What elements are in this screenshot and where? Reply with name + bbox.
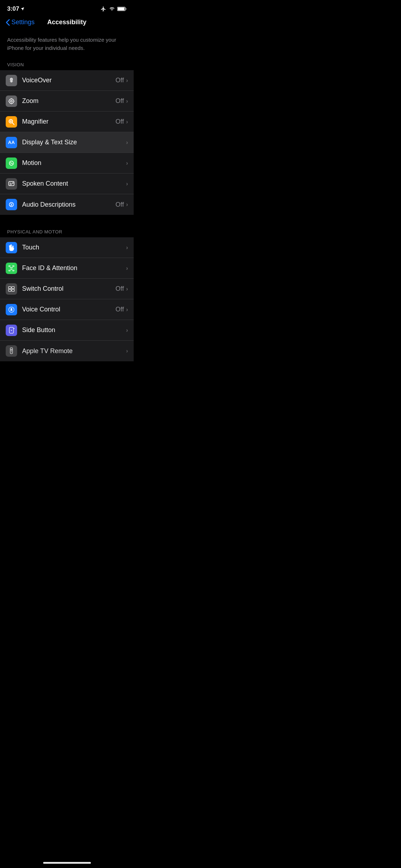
- location-icon: [21, 7, 24, 11]
- back-chevron-icon: [6, 19, 10, 26]
- svg-rect-30: [12, 289, 15, 291]
- motion-chevron: ›: [126, 160, 128, 166]
- description-text: Accessibility features help you customiz…: [7, 36, 127, 52]
- status-time: 3:07: [7, 5, 24, 12]
- svg-rect-1: [125, 8, 127, 10]
- svg-rect-16: [9, 181, 14, 186]
- list-item-zoom[interactable]: Zoom Off ›: [0, 91, 134, 112]
- svg-rect-28: [12, 286, 15, 289]
- svg-point-19: [12, 203, 13, 204]
- spoken-content-icon: [6, 178, 17, 190]
- magnifier-value: Off: [115, 118, 124, 125]
- switch-control-label: Switch Control: [22, 285, 115, 293]
- svg-point-25: [12, 267, 13, 268]
- audio-desc-label: Audio Descriptions: [22, 201, 115, 208]
- voiceover-label: VoiceOver: [22, 77, 115, 84]
- svg-rect-27: [9, 286, 11, 289]
- svg-rect-20: [9, 265, 10, 267]
- svg-rect-22: [9, 270, 10, 271]
- section-header-physical: PHYSICAL AND MOTOR: [0, 226, 134, 237]
- nav-bar: Settings Accessibility: [0, 16, 134, 30]
- list-item-apple-tv-remote[interactable]: Apple TV Remote ›: [0, 341, 134, 361]
- audio-desc-value: Off: [115, 201, 124, 208]
- voiceover-value: Off: [115, 77, 124, 84]
- magnifier-label: Magnifier: [22, 118, 115, 125]
- voice-control-icon-svg: [8, 306, 15, 313]
- zoom-chevron: ›: [126, 98, 128, 104]
- spoken-content-label: Spoken Content: [22, 180, 124, 187]
- list-item-audio-descriptions[interactable]: Audio Descriptions Off ›: [0, 194, 134, 215]
- list-item-voiceover[interactable]: VoiceOver Off ›: [0, 70, 134, 91]
- list-item-side-button[interactable]: Side Button ›: [0, 320, 134, 341]
- touch-label: Touch: [22, 244, 124, 251]
- voiceover-chevron: ›: [126, 77, 128, 84]
- voiceover-icon-svg: [8, 77, 15, 84]
- motion-label: Motion: [22, 159, 124, 167]
- face-id-chevron: ›: [126, 265, 128, 272]
- tv-remote-label: Apple TV Remote: [22, 347, 124, 355]
- side-button-label: Side Button: [22, 326, 124, 334]
- svg-line-12: [12, 123, 14, 124]
- face-id-icon-svg: [8, 265, 15, 272]
- vision-list: VoiceOver Off › Zoom Off ›: [0, 70, 134, 215]
- spoken-content-chevron: ›: [126, 181, 128, 187]
- zoom-label: Zoom: [22, 97, 115, 105]
- display-text-label: Display & Text Size: [22, 139, 124, 146]
- list-item-touch[interactable]: Touch ›: [0, 237, 134, 258]
- bottom-spacer: [0, 361, 134, 383]
- svg-rect-21: [12, 265, 14, 267]
- physical-motor-list: Touch › Face ID & Attention ›: [0, 237, 134, 361]
- voiceover-icon: [6, 75, 17, 86]
- list-item-switch-control[interactable]: Switch Control Off ›: [0, 279, 134, 299]
- audio-desc-chevron: ›: [126, 201, 128, 208]
- display-text-chevron: ›: [126, 139, 128, 146]
- svg-rect-23: [12, 270, 14, 271]
- back-button[interactable]: Settings: [6, 19, 35, 26]
- svg-point-36: [11, 349, 12, 350]
- audio-desc-icon-svg: [8, 201, 15, 208]
- zoom-icon-svg: [8, 98, 15, 105]
- list-item-voice-control[interactable]: Voice Control Off ›: [0, 299, 134, 320]
- svg-rect-29: [9, 289, 11, 291]
- voice-control-value: Off: [115, 306, 124, 313]
- svg-point-4: [11, 79, 12, 80]
- display-text-icon: AA: [6, 137, 17, 148]
- touch-icon-svg: [8, 244, 15, 251]
- motion-icon: [6, 157, 17, 169]
- status-icons: [100, 6, 127, 12]
- tv-remote-chevron: ›: [126, 348, 128, 354]
- list-item-motion[interactable]: Motion ›: [0, 153, 134, 174]
- time-display: 3:07: [7, 5, 19, 12]
- wifi-icon: [109, 6, 115, 11]
- tv-remote-icon-svg: [8, 347, 15, 355]
- face-id-label: Face ID & Attention: [22, 264, 124, 272]
- battery-icon: [117, 6, 127, 11]
- side-button-chevron: ›: [126, 327, 128, 334]
- list-item-face-id[interactable]: Face ID & Attention ›: [0, 258, 134, 279]
- list-item-display-text-size[interactable]: AA Display & Text Size ›: [0, 132, 134, 153]
- motion-icon-svg: [8, 160, 15, 167]
- svg-point-5: [9, 99, 14, 103]
- voice-control-label: Voice Control: [22, 306, 115, 313]
- switch-control-chevron: ›: [126, 286, 128, 292]
- magnifier-icon: [6, 116, 17, 128]
- zoom-value: Off: [115, 97, 124, 105]
- audio-desc-icon: [6, 199, 17, 210]
- voice-control-icon: [6, 304, 17, 315]
- side-button-icon-svg: [8, 327, 15, 334]
- svg-point-32: [11, 308, 12, 310]
- voice-control-chevron: ›: [126, 306, 128, 313]
- side-button-icon: [6, 325, 17, 336]
- status-bar: 3:07: [0, 0, 134, 16]
- list-item-magnifier[interactable]: Magnifier Off ›: [0, 112, 134, 132]
- spoken-icon-svg: [8, 180, 15, 187]
- magnifier-icon-svg: [8, 118, 15, 125]
- section-separator: [0, 215, 134, 226]
- face-id-icon: [6, 263, 17, 274]
- magnifier-chevron: ›: [126, 119, 128, 125]
- list-item-spoken-content[interactable]: Spoken Content ›: [0, 174, 134, 194]
- accessibility-description: Accessibility features help you customiz…: [0, 30, 134, 59]
- page-title: Accessibility: [47, 19, 86, 26]
- display-text-icon-label: AA: [8, 140, 15, 145]
- svg-point-17: [12, 182, 14, 183]
